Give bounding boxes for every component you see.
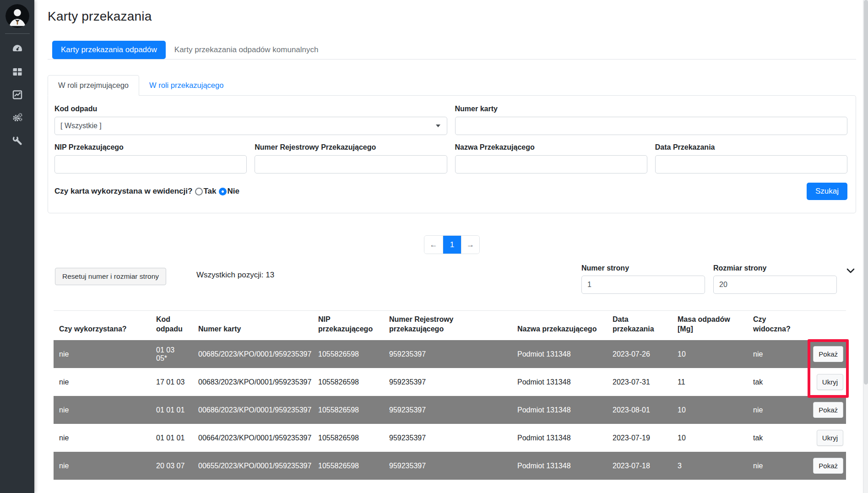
tab-karty-przekazania-odpadow-komunalnych[interactable]: Karty przekazania odpadów komunalnych (166, 41, 327, 59)
numer-strony-input[interactable] (581, 276, 705, 294)
rozmiar-strony-input[interactable] (713, 276, 837, 294)
cell-kod_odpadu: 01 01 01 (151, 424, 193, 452)
data-przekazania-input[interactable] (655, 155, 847, 173)
cell-czy_wykorzystana: nie (54, 368, 151, 396)
cell-numer_rejestrowy_przekazujacego: 959235397 (384, 340, 512, 368)
cell-numer_karty: 00685/2023/KPO/0001/959235397 (193, 340, 313, 368)
hide-button[interactable]: Ukryj (817, 374, 843, 390)
table-row: nie20 03 0700655/2023/KPO/0001/959235397… (54, 452, 846, 480)
column-header-masa_odpadow: Masa odpadów [Mg] (672, 311, 748, 341)
show-button[interactable]: Pokaż (813, 458, 843, 474)
nip-label: NIP Przekazującego (54, 143, 247, 152)
hide-button[interactable]: Ukryj (817, 430, 843, 446)
results-table: Czy wykorzystana?Kod odpaduNumer kartyNI… (54, 310, 846, 480)
cell-actions: Pokaż (805, 452, 846, 480)
field-rozmiar-strony: Rozmiar strony (713, 264, 837, 294)
pagination-row: ← 1 → (48, 235, 856, 254)
results-table-wrap: Czy wykorzystana?Kod odpaduNumer kartyNI… (54, 310, 846, 480)
cell-nazwa_przekazujacego: Podmiot 131348 (512, 340, 607, 368)
column-header-nazwa_przekazujacego: Nazwa przekazującego (512, 311, 607, 341)
cell-masa_odpadow: 10 (672, 396, 748, 424)
cell-actions: Pokaż (805, 340, 846, 368)
table-icon[interactable] (11, 66, 23, 78)
total-items-text: Wszystkich pozycji: 13 (196, 271, 274, 280)
numer-karty-input[interactable] (455, 117, 848, 135)
cell-masa_odpadow: 11 (672, 368, 748, 396)
tab-w-roli-przejmujacego[interactable]: W roli przejmującego (48, 75, 139, 96)
kod-odpadu-label: Kod odpadu (54, 105, 447, 113)
main-tab-bar: Karty przekazania odpadów Karty przekaza… (48, 41, 856, 60)
page-title: Karty przekazania (48, 9, 856, 24)
user-avatar[interactable] (5, 4, 29, 28)
pagination-next-button[interactable]: → (461, 236, 479, 254)
main-content: Karty przekazania Karty przekazania odpa… (34, 0, 868, 493)
cell-czy_wykorzystana: nie (54, 340, 151, 368)
table-row: nie01 03 05*00685/2023/KPO/0001/95923539… (54, 340, 846, 368)
tab-w-roli-przekazujacego[interactable]: W roli przekazującego (139, 76, 233, 95)
column-header-czy_wykorzystana: Czy wykorzystana? (54, 311, 151, 341)
cell-czy_wykorzystana: nie (54, 424, 151, 452)
radio-nie[interactable]: Nie (219, 187, 239, 196)
ewidencja-radio-group: Czy karta wykorzystana w ewidencji? Tak … (54, 187, 239, 196)
field-kod-odpadu: Kod odpadu [ Wszystkie ] (54, 105, 447, 135)
cell-czy_widoczna: tak (748, 368, 805, 396)
pagination-prev-button[interactable]: ← (424, 236, 443, 254)
pagination-page-1-button[interactable]: 1 (443, 236, 461, 254)
cell-czy_widoczna: nie (748, 396, 805, 424)
cell-masa_odpadow: 10 (672, 424, 748, 452)
search-button[interactable]: Szukaj (807, 183, 847, 200)
cell-nazwa_przekazujacego: Podmiot 131348 (512, 424, 607, 452)
sidebar-nav (11, 43, 23, 146)
column-header-nip_przekazujacego: NIP przekazującego (313, 311, 384, 341)
chart-icon[interactable] (11, 89, 23, 101)
tab-karty-przekazania-odpadow[interactable]: Karty przekazania odpadów (52, 41, 166, 59)
radio-nie-circle[interactable] (219, 188, 227, 195)
numer-karty-label: Numer karty (455, 105, 848, 113)
reset-page-button[interactable]: Resetuj numer i rozmiar strony (55, 268, 166, 285)
radio-tak-circle[interactable] (195, 188, 203, 195)
chevron-down-icon[interactable] (845, 265, 856, 278)
column-header-numer_karty: Numer karty (193, 311, 313, 341)
page-scrollbar-thumb[interactable] (864, 0, 868, 385)
rozmiar-strony-label: Rozmiar strony (713, 264, 837, 272)
wrench-icon[interactable] (11, 135, 23, 146)
cell-actions: Ukryj (805, 368, 846, 396)
show-button[interactable]: Pokaż (813, 402, 843, 418)
settings-icon[interactable] (11, 112, 23, 124)
kod-odpadu-select[interactable]: [ Wszystkie ] (54, 117, 447, 135)
list-controls: Resetuj numer i rozmiar strony Wszystkic… (48, 264, 856, 294)
nip-input[interactable] (54, 155, 247, 173)
nazwa-input[interactable] (455, 155, 647, 173)
numer-rejestrowy-input[interactable] (255, 155, 447, 173)
nazwa-label: Nazwa Przekazującego (455, 143, 647, 152)
kod-odpadu-selected-value: [ Wszystkie ] (60, 122, 102, 130)
ewidencja-question: Czy karta wykorzystana w ewidencji? (54, 187, 192, 196)
field-data-przekazania: Data Przekazania (655, 143, 847, 173)
column-header-actions (805, 311, 846, 341)
cell-nip_przekazujacego: 1055826598 (313, 424, 384, 452)
data-przekazania-label: Data Przekazania (655, 143, 847, 152)
cell-numer_rejestrowy_przekazujacego: 959235397 (384, 424, 512, 452)
role-tab-bar: W roli przejmującego W roli przekazujące… (48, 75, 856, 95)
numer-rejestrowy-label: Numer Rejestrowy Przekazującego (255, 143, 447, 152)
table-row: nie01 01 0100664/2023/KPO/0001/959235397… (54, 424, 846, 452)
table-row: nie01 01 0100686/2023/KPO/0001/959235397… (54, 396, 846, 424)
cell-kod_odpadu: 01 01 01 (151, 396, 193, 424)
cell-kod_odpadu: 17 01 03 (151, 368, 193, 396)
cell-kod_odpadu: 20 03 07 (151, 452, 193, 480)
page-scrollbar[interactable] (863, 0, 868, 493)
cell-numer_karty: 00686/2023/KPO/0001/959235397 (193, 396, 313, 424)
numer-strony-label: Numer strony (581, 264, 705, 272)
cell-kod_odpadu: 01 03 05* (151, 340, 193, 368)
field-numer-rejestrowy: Numer Rejestrowy Przekazującego (255, 143, 447, 173)
cell-data_przekazania: 2023-07-26 (607, 340, 672, 368)
radio-tak[interactable]: Tak (195, 187, 216, 196)
dashboard-icon[interactable] (11, 43, 23, 55)
sidebar-divider (5, 33, 30, 34)
pagination: ← 1 → (424, 235, 480, 254)
cell-numer_karty: 00664/2023/KPO/0001/959235397 (193, 424, 313, 452)
radio-nie-label: Nie (227, 187, 239, 196)
cell-nip_przekazujacego: 1055826598 (313, 340, 384, 368)
cell-czy_wykorzystana: nie (54, 452, 151, 480)
show-button[interactable]: Pokaż (813, 346, 843, 362)
